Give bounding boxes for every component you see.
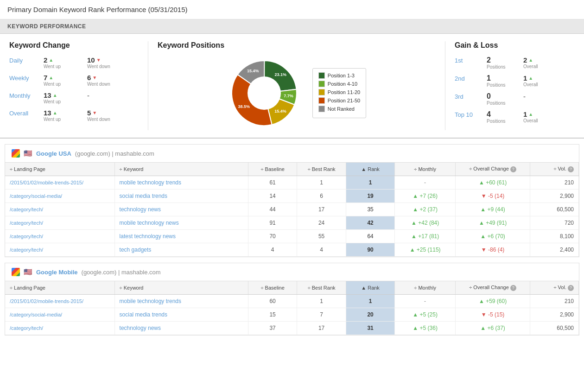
- gl-overall: -: [523, 92, 558, 100]
- keyword-positions-title: Keyword Positions: [158, 41, 224, 50]
- legend-item: Not Ranked: [318, 106, 360, 112]
- help-icon-vol[interactable]: ?: [568, 166, 574, 172]
- table-row: /category/social-media/ social media tre…: [5, 190, 579, 203]
- table-row: /category/tech/ technology news 44 17 35…: [5, 203, 579, 216]
- cell-overall: ▲ +6 (37): [456, 322, 530, 335]
- cell-monthly: -: [395, 295, 456, 308]
- google-usa-table: ÷ Landing Page ÷ Keyword ÷ Baseline ÷ Be…: [5, 163, 579, 257]
- google-usa-section: 🇺🇸 Google USA (google.com) | mashable.co…: [5, 144, 579, 257]
- cell-keyword: mobile technology news: [114, 216, 248, 230]
- kw-row-up: 13 ▲ Went up: [44, 91, 85, 104]
- col-overall-change[interactable]: ÷ Overall Change ?: [456, 163, 530, 176]
- gl-overall: 1 ▲Overall: [523, 74, 558, 87]
- kw-row-label: Daily: [9, 56, 42, 64]
- cell-landing: /2015/01/02/mobile-trends-2015/: [5, 295, 114, 308]
- cell-monthly: ▲ +17 (81): [395, 230, 456, 243]
- col-keyword[interactable]: ÷ Keyword: [114, 163, 248, 176]
- cell-baseline: 44: [248, 203, 297, 216]
- col-landing-page-m[interactable]: ÷ Landing Page: [5, 281, 114, 295]
- cell-landing: /category/tech/: [5, 203, 114, 216]
- google-icon: [12, 149, 20, 158]
- col-best-rank[interactable]: ÷ Best Rank: [297, 163, 346, 176]
- cell-vol: 210: [530, 295, 578, 308]
- col-overall-change-m[interactable]: ÷ Overall Change ?: [456, 281, 530, 295]
- cell-best-rank: 1: [297, 295, 346, 308]
- cell-landing: /2015/01/02/mobile-trends-2015/: [5, 176, 114, 190]
- google-mobile-icon: [12, 268, 20, 276]
- keyword-change-row: Monthly 13 ▲ Went up -: [9, 91, 139, 104]
- gain-loss-title: Gain & Loss: [455, 41, 575, 50]
- us-flag-icon: 🇺🇸: [24, 149, 32, 158]
- cell-rank: 64: [346, 230, 395, 243]
- kw-row-down: -: [87, 91, 129, 99]
- keyword-positions-col: Keyword Positions: [148, 41, 445, 130]
- cell-monthly: ▲ +7 (26): [395, 190, 456, 203]
- kw-row-up: 2 ▲ Went up: [44, 56, 85, 69]
- kw-row-up: 7 ▲ Went up: [44, 74, 85, 87]
- cell-keyword: technology news: [114, 322, 248, 335]
- cell-best-rank: 4: [297, 243, 346, 257]
- cell-vol: 60,500: [530, 322, 578, 335]
- cell-rank: 20: [346, 308, 395, 322]
- cell-landing: /category/social-media/: [5, 308, 114, 322]
- cell-best-rank: 55: [297, 230, 346, 243]
- gain-loss-row: 1st 2 Positions 2 ▲Overall: [455, 56, 575, 70]
- cell-rank: 19: [346, 190, 395, 203]
- cell-landing: /category/tech/: [5, 322, 114, 335]
- cell-rank: 1: [346, 295, 395, 308]
- gl-label: Top 10: [455, 110, 485, 118]
- cell-best-rank: 24: [297, 216, 346, 230]
- cell-monthly: ▲ +2 (37): [395, 203, 456, 216]
- legend-item: Position 21-50: [318, 97, 360, 104]
- table-row: /category/social-media/ social media tre…: [5, 308, 579, 322]
- cell-monthly: ▲ +5 (25): [395, 308, 456, 322]
- gain-loss-col: Gain & Loss 1st 2 Positions 2 ▲Overall 2…: [445, 41, 575, 130]
- col-best-rank-m[interactable]: ÷ Best Rank: [297, 281, 346, 295]
- cell-overall: ▲ +59 (60): [456, 295, 530, 308]
- cell-rank: 42: [346, 216, 395, 230]
- col-baseline[interactable]: ÷ Baseline: [248, 163, 297, 176]
- cell-baseline: 4: [248, 243, 297, 257]
- legend-item: Position 1-3: [318, 72, 360, 79]
- table-row: /category/tech/ mobile technology news 9…: [5, 216, 579, 230]
- google-mobile-header: 🇺🇸 Google Mobile (google.com) | mashable…: [5, 263, 579, 281]
- col-monthly[interactable]: ÷ Monthly: [395, 163, 456, 176]
- table-row: /2015/01/02/mobile-trends-2015/ mobile t…: [5, 176, 579, 190]
- gl-positions: 0 Positions: [487, 92, 521, 106]
- cell-vol: 720: [530, 216, 578, 230]
- cell-monthly: -: [395, 176, 456, 190]
- cell-overall: ▼ -5 (15): [456, 308, 530, 322]
- kw-row-label: Monthly: [9, 91, 42, 99]
- cell-vol: 2,900: [530, 190, 578, 203]
- keyword-change-row: Daily 2 ▲ Went up 10 ▼Went down: [9, 56, 139, 69]
- google-usa-domain: (google.com) | mashable.com: [75, 150, 154, 157]
- page-title: Primary Domain Keyword Rank Performance …: [7, 6, 188, 13]
- keyword-change-title: Keyword Change: [9, 41, 139, 50]
- cell-monthly: ▲ +5 (36): [395, 322, 456, 335]
- col-rank-m[interactable]: ▲ Rank: [346, 281, 395, 295]
- col-vol[interactable]: ÷ Vol. ?: [530, 163, 578, 176]
- gl-overall: 2 ▲Overall: [523, 56, 558, 69]
- cell-overall: ▲ +60 (61): [456, 176, 530, 190]
- col-rank[interactable]: ▲ Rank: [346, 163, 395, 176]
- cell-vol: 8,100: [530, 230, 578, 243]
- col-keyword-m[interactable]: ÷ Keyword: [114, 281, 248, 295]
- cell-landing: /category/tech/: [5, 243, 114, 257]
- kw-row-label: Overall: [9, 109, 42, 117]
- google-mobile-domain: (google.com) | mashable.com: [82, 269, 161, 276]
- us-flag-mobile-icon: 🇺🇸: [24, 268, 32, 276]
- col-vol-m[interactable]: ÷ Vol. ?: [530, 281, 578, 295]
- gain-loss-row: 3rd 0 Positions -: [455, 92, 575, 106]
- cell-best-rank: 17: [297, 203, 346, 216]
- page-header: Primary Domain Keyword Rank Performance …: [0, 0, 584, 19]
- gain-loss-row: 2nd 1 Positions 1 ▲Overall: [455, 74, 575, 88]
- cell-monthly: ▲ +25 (115): [395, 243, 456, 257]
- cell-keyword: tech gadgets: [114, 243, 248, 257]
- cell-rank: 1: [346, 176, 395, 190]
- help-icon-overall[interactable]: ?: [510, 166, 516, 172]
- col-monthly-m[interactable]: ÷ Monthly: [395, 281, 456, 295]
- cell-baseline: 14: [248, 190, 297, 203]
- col-landing-page[interactable]: ÷ Landing Page: [5, 163, 114, 176]
- legend-item: Position 11-20: [318, 89, 360, 95]
- col-baseline-m[interactable]: ÷ Baseline: [248, 281, 297, 295]
